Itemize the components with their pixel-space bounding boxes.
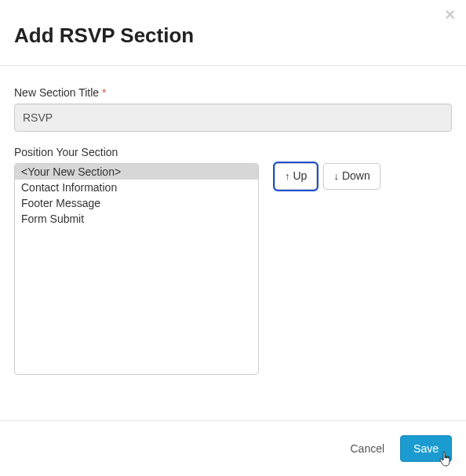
move-up-label: Up [293, 169, 308, 184]
list-item[interactable]: <Your New Section> [15, 164, 258, 180]
position-row: <Your New Section> Contact Information F… [14, 163, 452, 375]
section-title-label-text: New Section Title [14, 86, 99, 99]
list-item[interactable]: Contact Information [15, 180, 258, 195]
save-button[interactable]: Save [400, 435, 452, 462]
section-title-group: New Section Title * [14, 86, 452, 132]
move-up-button[interactable]: ↑ Up [275, 163, 317, 190]
modal-title: Add RSVP Section [14, 24, 452, 48]
list-item[interactable]: Form Submit [15, 211, 258, 227]
arrow-down-icon: ↓ [333, 169, 339, 183]
cancel-button[interactable]: Cancel [342, 436, 392, 461]
position-label: Position Your Section [14, 146, 452, 158]
list-item[interactable]: Footer Message [15, 195, 258, 211]
required-indicator: * [102, 86, 106, 99]
move-down-button[interactable]: ↓ Down [323, 163, 380, 190]
section-order-listbox[interactable]: <Your New Section> Contact Information F… [14, 163, 259, 375]
modal-footer: Cancel Save [0, 420, 466, 476]
arrow-up-icon: ↑ [285, 169, 290, 183]
close-icon[interactable]: × [445, 6, 455, 24]
section-title-input[interactable] [14, 104, 452, 132]
move-down-label: Down [342, 169, 370, 184]
modal-header: × Add RSVP Section [0, 0, 466, 65]
position-group: Position Your Section <Your New Section>… [14, 146, 452, 375]
reorder-buttons: ↑ Up ↓ Down [275, 163, 380, 190]
modal-body: New Section Title * Position Your Sectio… [0, 66, 466, 403]
section-title-label: New Section Title * [14, 86, 452, 99]
